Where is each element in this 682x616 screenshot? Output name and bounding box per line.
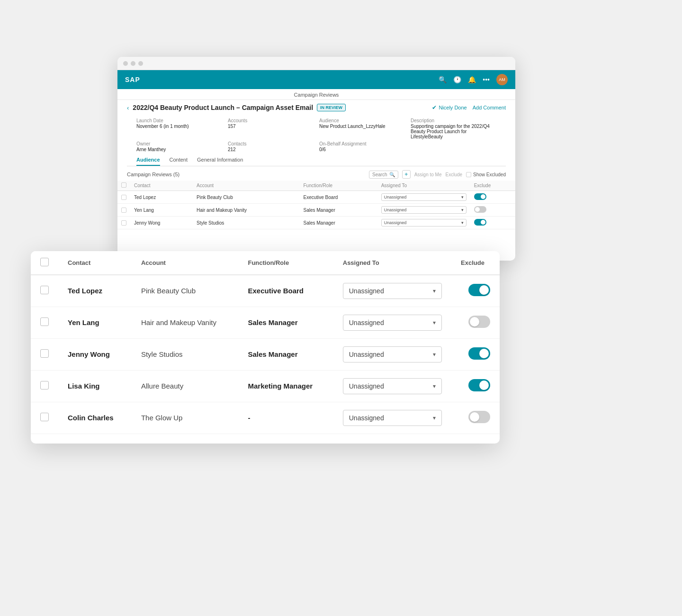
fg-row-checkbox-2[interactable]: [40, 349, 49, 358]
fg-role-0: Executive Board: [248, 287, 304, 295]
accounts-label: Accounts: [228, 118, 314, 123]
back-button[interactable]: ‹: [127, 104, 129, 111]
table-row: Jenny Wong Style Studios Sales Manager U…: [117, 217, 515, 229]
fg-assigned-dropdown-4[interactable]: Unassigned ▾: [343, 410, 442, 426]
fg-assigned-dropdown-3[interactable]: Unassigned ▾: [343, 378, 442, 394]
fg-contact-2: Jenny Wong: [68, 350, 110, 358]
fg-table-row-2: Jenny Wong Style Studios Sales Manager U…: [31, 339, 500, 371]
fg-assigned-dropdown-2[interactable]: Unassigned ▾: [343, 346, 442, 362]
tab-content[interactable]: Content: [170, 157, 188, 166]
fg-exclude-toggle-0[interactable]: [468, 284, 490, 296]
fg-exclude-toggle-2[interactable]: [468, 347, 490, 360]
fg-table-row-1: Yen Lang Hair and Makeup Vanity Sales Ma…: [31, 307, 500, 339]
fg-exclude-toggle-1[interactable]: [468, 316, 490, 328]
fg-account-1: Hair and Makeup Vanity: [141, 318, 216, 326]
fg-account-4: The Glow Up: [141, 414, 183, 422]
fg-row-checkbox-0[interactable]: [40, 286, 49, 294]
description-label: Description: [411, 118, 496, 123]
exclude-toggle-1[interactable]: [474, 206, 486, 213]
bell-icon[interactable]: 🔔: [468, 76, 476, 83]
row-checkbox[interactable]: [121, 195, 126, 200]
assigned-dropdown-1[interactable]: Unassigned ▾: [381, 206, 467, 214]
sap-logo: SAP: [125, 76, 140, 83]
table-title: Campaign Reviews (5): [127, 172, 179, 177]
campaign-reviews-title: Campaign Reviews: [117, 89, 515, 100]
tab-general[interactable]: General Information: [197, 157, 243, 166]
search-icon: 🔍: [389, 172, 395, 177]
select-all-checkbox[interactable]: [121, 182, 126, 188]
launch-date-label: Launch Date: [136, 118, 222, 123]
fg-exclude-toggle-4[interactable]: [468, 411, 490, 423]
fg-account-2: Style Studios: [141, 350, 183, 358]
check-icon: ✔: [432, 104, 437, 111]
chevron-down-icon: ▾: [433, 351, 436, 358]
contacts-value: 212: [228, 147, 314, 152]
assigned-dropdown-0[interactable]: Unassigned ▾: [381, 193, 467, 201]
fg-row-checkbox-1[interactable]: [40, 317, 49, 326]
more-icon[interactable]: •••: [483, 76, 490, 83]
chevron-down-icon: ▾: [433, 288, 436, 294]
fg-col-assigned: Assigned To: [333, 251, 451, 275]
chevron-down-icon: ▾: [433, 319, 436, 326]
tab-audience[interactable]: Audience: [136, 157, 160, 166]
add-comment-button[interactable]: Add Comment: [473, 105, 506, 110]
avatar[interactable]: AM: [496, 74, 508, 85]
fg-table-row-4: Colin Charles The Glow Up - Unassigned ▾: [31, 402, 500, 434]
search-placeholder: Search: [372, 172, 387, 177]
owner-value: Arne Manthey: [136, 147, 222, 152]
fg-account-0: Pink Beauty Club: [141, 287, 196, 295]
add-button[interactable]: +: [402, 170, 411, 179]
owner-label: Owner: [136, 141, 222, 146]
fg-table-row-0: Ted Lopez Pink Beauty Club Executive Boa…: [31, 275, 500, 307]
contacts-label: Contacts: [228, 141, 314, 146]
foreground-card: Contact Account Function/Role Assigned T…: [31, 251, 500, 444]
search-icon[interactable]: 🔍: [439, 76, 447, 83]
fg-role-2: Sales Manager: [248, 350, 297, 358]
fg-assigned-dropdown-1[interactable]: Unassigned ▾: [343, 315, 442, 331]
accounts-value: 157: [228, 124, 314, 129]
exclude-toggle-0[interactable]: [474, 193, 486, 200]
fg-row-checkbox-4[interactable]: [40, 413, 49, 421]
col-exclude: Exclude: [470, 181, 515, 191]
chevron-down-icon: ▾: [433, 383, 436, 390]
fg-role-3: Marketing Manager: [248, 382, 313, 390]
exclude-button[interactable]: Exclude: [445, 172, 462, 177]
col-account: Account: [193, 181, 299, 191]
assigned-dropdown-2[interactable]: Unassigned ▾: [381, 219, 467, 226]
table-row: Ted Lopez Pink Beauty Club Executive Boa…: [117, 191, 515, 204]
fg-col-account: Account: [132, 251, 239, 275]
fg-select-all-checkbox[interactable]: [40, 258, 49, 266]
show-excluded-checkbox[interactable]: [466, 172, 471, 177]
sap-navbar: SAP 🔍 🕐 🔔 ••• AM: [117, 70, 515, 89]
assign-button[interactable]: Assign to Me: [414, 172, 442, 177]
col-contact: Contact: [130, 181, 193, 191]
fg-role-1: Sales Manager: [248, 318, 297, 326]
chevron-down-icon: ▾: [433, 415, 436, 421]
audience-value: New Product Launch_LzzyHale: [319, 124, 405, 129]
fg-col-exclude: Exclude: [451, 251, 500, 275]
page-title: 2022/Q4 Beauty Product Launch – Campaign…: [133, 104, 313, 111]
fg-row-checkbox-3[interactable]: [40, 381, 49, 390]
nicely-done-button[interactable]: ✔ Nicely Done: [432, 104, 467, 111]
fg-contact-3: Lisa King: [68, 382, 100, 390]
show-excluded-row: Show Excluded: [466, 172, 506, 177]
avatar-initials: AM: [499, 77, 505, 82]
fg-account-3: Allure Beauty: [141, 382, 183, 390]
fg-contact-0: Ted Lopez: [68, 287, 102, 295]
exclude-toggle-2[interactable]: [474, 219, 486, 226]
history-icon[interactable]: 🕐: [453, 76, 461, 83]
table-row: Yen Lang Hair and Makeup Vanity Sales Ma…: [117, 204, 515, 217]
fg-role-4: -: [248, 414, 250, 422]
fg-exclude-toggle-3[interactable]: [468, 379, 490, 391]
col-role: Function/Role: [299, 181, 377, 191]
on-behalf-label: On-Behalf Assignment: [319, 141, 405, 146]
row-checkbox[interactable]: [121, 208, 126, 213]
col-assigned: Assigned To: [377, 181, 470, 191]
row-checkbox[interactable]: [121, 220, 126, 226]
fg-assigned-dropdown-0[interactable]: Unassigned ▾: [343, 283, 442, 299]
fg-col-role: Function/Role: [238, 251, 333, 275]
launch-date-value: November 6 (in 1 month): [136, 124, 222, 129]
fg-contact-1: Yen Lang: [68, 318, 99, 326]
search-box[interactable]: Search 🔍: [369, 171, 398, 179]
fg-table-row-3: Lisa King Allure Beauty Marketing Manage…: [31, 371, 500, 402]
